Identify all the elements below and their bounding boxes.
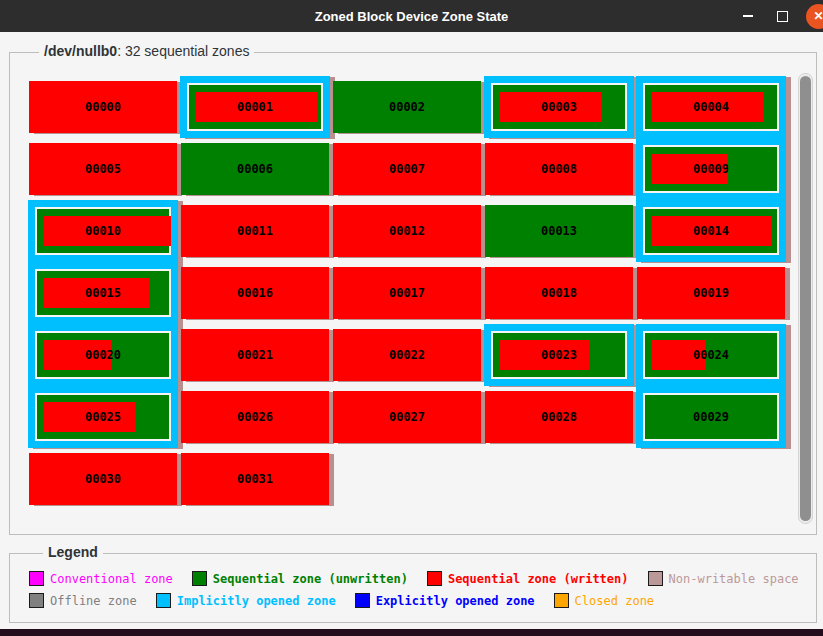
zone-cell-00018: 00018 bbox=[485, 262, 633, 324]
zone-label: 00030 bbox=[29, 453, 177, 505]
zone-00023-implicitly-opened: 00023 bbox=[484, 324, 634, 386]
zone-label: 00012 bbox=[333, 205, 481, 257]
zone-cell-00014: 00014 bbox=[637, 200, 785, 262]
zone-label: 00031 bbox=[181, 453, 329, 505]
zone-00002: 00002 bbox=[333, 81, 481, 133]
legend-swatch bbox=[29, 593, 44, 608]
zone-00028: 00028 bbox=[485, 391, 633, 443]
zone-label: 00004 bbox=[643, 83, 779, 131]
zone-cell-00027: 00027 bbox=[333, 386, 481, 448]
zone-cell-00007: 00007 bbox=[333, 138, 481, 200]
device-zones-frame: /dev/nullb0: 32 sequential zones 0000000… bbox=[9, 52, 817, 535]
device-name: /dev/nullb0 bbox=[44, 43, 117, 59]
close-button[interactable]: ✕ bbox=[806, 4, 823, 29]
zone-cell-00028: 00028 bbox=[485, 386, 633, 448]
zone-cell-00023: 00023 bbox=[485, 324, 633, 386]
window-bottom-edge bbox=[0, 629, 823, 636]
zone-label: 00021 bbox=[181, 329, 329, 381]
legend-item: Closed zone bbox=[554, 593, 654, 608]
zone-label: 00010 bbox=[35, 207, 171, 255]
maximize-icon bbox=[777, 11, 788, 22]
zone-00010-implicitly-opened: 00010 bbox=[28, 200, 178, 262]
zone-00009-implicitly-opened: 00009 bbox=[636, 138, 786, 200]
zone-label: 00020 bbox=[35, 331, 171, 379]
zone-cell-00015: 00015 bbox=[29, 262, 177, 324]
legend-label: Closed zone bbox=[575, 594, 654, 608]
zone-00019: 00019 bbox=[637, 267, 785, 319]
zone-00024-implicitly-opened: 00024 bbox=[636, 324, 786, 386]
zone-00003-implicitly-opened: 00003 bbox=[484, 76, 634, 138]
zone-label: 00025 bbox=[35, 393, 171, 441]
legend-item: Sequential zone (written) bbox=[427, 571, 629, 586]
zone-label: 00009 bbox=[643, 145, 779, 193]
minimize-button[interactable] bbox=[738, 6, 758, 26]
zone-label: 00015 bbox=[35, 269, 171, 317]
zone-cell-00008: 00008 bbox=[485, 138, 633, 200]
legend-label: Explicitly opened zone bbox=[376, 594, 535, 608]
legend-swatch bbox=[355, 593, 370, 608]
maximize-button[interactable] bbox=[772, 6, 792, 26]
zone-label: 00023 bbox=[491, 331, 627, 379]
zone-cell-00009: 00009 bbox=[637, 138, 785, 200]
zone-label: 00005 bbox=[29, 143, 177, 195]
zone-label: 00019 bbox=[637, 267, 785, 319]
zone-label: 00018 bbox=[485, 267, 633, 319]
legend-label: Implicitly opened zone bbox=[177, 594, 336, 608]
zone-cell-00030: 00030 bbox=[29, 448, 177, 510]
zone-00025-implicitly-opened: 00025 bbox=[28, 386, 178, 448]
titlebar[interactable]: Zoned Block Device Zone State ✕ bbox=[0, 0, 823, 32]
minimize-icon bbox=[743, 15, 753, 17]
zone-cell-00002: 00002 bbox=[333, 76, 481, 138]
legend-item: Offline zone bbox=[29, 593, 137, 608]
zone-00017: 00017 bbox=[333, 267, 481, 319]
legend-swatch bbox=[427, 571, 442, 586]
zone-cell-00000: 00000 bbox=[29, 76, 177, 138]
zone-cell-00022: 00022 bbox=[333, 324, 481, 386]
zones-grid: 0000000001000020000300004000050000600007… bbox=[29, 76, 785, 510]
legend-frame: Legend Conventional zoneSequential zone … bbox=[9, 553, 817, 623]
zone-cell-00011: 00011 bbox=[181, 200, 329, 262]
device-frame-label: /dev/nullb0: 32 sequential zones bbox=[39, 43, 254, 59]
zone-label: 00028 bbox=[485, 391, 633, 443]
zone-label: 00013 bbox=[485, 205, 633, 257]
zone-cell-00001: 00001 bbox=[181, 76, 329, 138]
zone-00031: 00031 bbox=[181, 453, 329, 505]
zone-00027: 00027 bbox=[333, 391, 481, 443]
zone-label: 00022 bbox=[333, 329, 481, 381]
zone-00006: 00006 bbox=[181, 143, 329, 195]
zone-label: 00003 bbox=[491, 83, 627, 131]
zone-00030: 00030 bbox=[29, 453, 177, 505]
zone-label: 00027 bbox=[333, 391, 481, 443]
zone-label: 00006 bbox=[181, 143, 329, 195]
zone-label: 00008 bbox=[485, 143, 633, 195]
zone-00008: 00008 bbox=[485, 143, 633, 195]
zone-00001-implicitly-opened: 00001 bbox=[180, 76, 330, 138]
legend-swatch bbox=[192, 571, 207, 586]
zone-label: 00029 bbox=[643, 393, 779, 441]
zone-label: 00002 bbox=[333, 81, 481, 133]
close-icon: ✕ bbox=[813, 9, 823, 23]
zone-label: 00017 bbox=[333, 267, 481, 319]
zone-cell-00017: 00017 bbox=[333, 262, 481, 324]
vertical-scrollbar[interactable] bbox=[798, 73, 813, 524]
zone-label: 00024 bbox=[643, 331, 779, 379]
zone-label: 00016 bbox=[181, 267, 329, 319]
legend-swatch bbox=[156, 593, 171, 608]
zone-cell-00026: 00026 bbox=[181, 386, 329, 448]
zone-00020-implicitly-opened: 00020 bbox=[28, 324, 178, 386]
zone-cell-00024: 00024 bbox=[637, 324, 785, 386]
window-title: Zoned Block Device Zone State bbox=[0, 0, 823, 32]
legend-row: Conventional zoneSequential zone (unwrit… bbox=[29, 571, 806, 586]
legend-item: Non-writable space bbox=[648, 571, 799, 586]
zone-cell-00020: 00020 bbox=[29, 324, 177, 386]
zone-cell-00016: 00016 bbox=[181, 262, 329, 324]
scrollbar-thumb[interactable] bbox=[800, 76, 811, 521]
zone-00004-implicitly-opened: 00004 bbox=[636, 76, 786, 138]
zone-00012: 00012 bbox=[333, 205, 481, 257]
zone-00007: 00007 bbox=[333, 143, 481, 195]
legend-swatch bbox=[554, 593, 569, 608]
legend-row: Offline zoneImplicitly opened zoneExplic… bbox=[29, 593, 806, 608]
zone-cell-00013: 00013 bbox=[485, 200, 633, 262]
legend-item: Implicitly opened zone bbox=[156, 593, 336, 608]
zone-label: 00014 bbox=[643, 207, 779, 255]
